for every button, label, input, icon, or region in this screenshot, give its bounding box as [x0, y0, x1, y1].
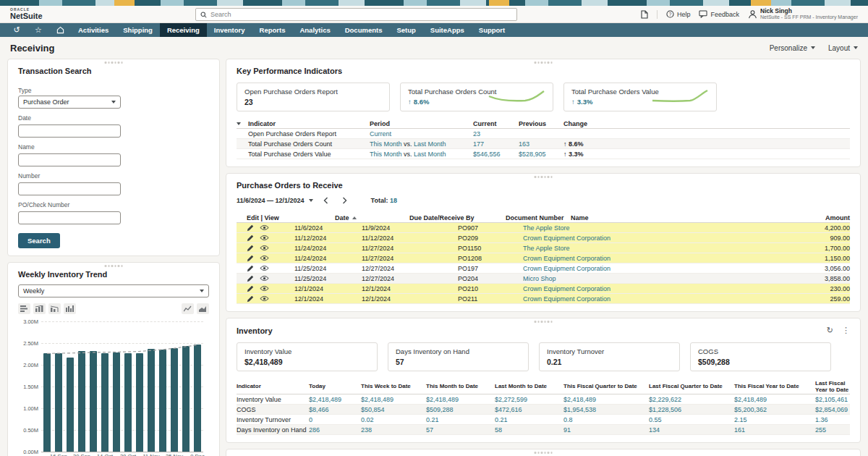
search-input[interactable] — [210, 11, 512, 18]
col-header-last-fiscal-quarter-to-date[interactable]: Last Fiscal Quarter to Date — [649, 383, 734, 389]
nav-item-suiteapps[interactable]: SuiteApps — [423, 23, 472, 37]
stacked-bar-chart-icon[interactable] — [33, 303, 46, 314]
help-button[interactable]: ? Help — [666, 10, 691, 18]
user-menu[interactable]: Nick Singh NetSuite - SS FF PRM - Invent… — [748, 8, 858, 20]
nav-item-documents[interactable]: Documents — [338, 23, 390, 37]
inventory-card-inventory-turnover[interactable]: Inventory Turnover0.21 — [539, 342, 680, 371]
kebab-menu-icon[interactable]: ⋮ — [842, 326, 850, 335]
search-button[interactable]: Search — [18, 233, 60, 248]
inventory-bar-16-sep[interactable] — [55, 353, 62, 452]
nav-item-inventory[interactable]: Inventory — [207, 23, 252, 37]
netsuite-logo[interactable]: ORACLE NetSuite — [10, 8, 43, 20]
view-eye-icon[interactable] — [260, 255, 269, 261]
edit-pencil-icon[interactable] — [247, 285, 254, 292]
inventory-bar-7-oct[interactable] — [90, 351, 97, 452]
col-header-current[interactable]: Current — [473, 120, 519, 127]
shortcuts-star-icon[interactable]: ☆ — [27, 23, 49, 37]
edit-pencil-icon[interactable] — [247, 255, 254, 262]
col-header-indicator[interactable]: Indicator — [248, 120, 370, 127]
column-chart-icon[interactable] — [64, 303, 76, 314]
refresh-icon[interactable]: ↻ — [827, 326, 833, 335]
edit-pencil-icon[interactable] — [247, 224, 254, 232]
nav-item-shipping[interactable]: Shipping — [116, 23, 160, 37]
col-header-edit-view[interactable]: Edit | View — [247, 214, 287, 221]
view-eye-icon[interactable] — [260, 235, 269, 241]
col-header-today[interactable]: Today — [309, 383, 361, 389]
drag-handle-icon[interactable] — [105, 265, 123, 267]
inventory-bar-9-sep[interactable] — [43, 353, 51, 452]
inventory-bar-18-nov[interactable] — [159, 350, 166, 452]
nav-item-reports[interactable]: Reports — [252, 23, 293, 37]
period-link[interactable]: This Month — [370, 151, 402, 158]
inventory-card-cogs[interactable]: COGS$509,288 — [690, 342, 831, 371]
inventory-bar-28-oct[interactable] — [124, 353, 132, 452]
recents-icon[interactable]: ↺ — [6, 23, 27, 37]
feedback-button[interactable]: Feedback — [699, 10, 739, 18]
next-page-chevron-icon[interactable] — [339, 195, 351, 206]
col-header-indicator[interactable]: Indicator — [237, 383, 309, 389]
period-link[interactable]: This Month — [370, 140, 402, 148]
col-header-document-number[interactable]: Document Number — [506, 214, 571, 221]
col-header-previous[interactable]: Previous — [519, 120, 563, 127]
inventory-bar-25-nov[interactable] — [171, 348, 178, 452]
col-header-this-fiscal-year-to-date[interactable]: This Fiscal Year to Date — [734, 383, 815, 389]
view-eye-icon[interactable] — [260, 275, 269, 282]
area-chart-icon[interactable] — [197, 303, 209, 314]
line-chart-icon[interactable] — [182, 303, 194, 314]
inventory-bar-4-nov[interactable] — [136, 353, 143, 452]
view-eye-icon[interactable] — [260, 295, 269, 302]
drag-handle-icon[interactable] — [535, 62, 553, 64]
layout-button[interactable]: Layout — [828, 44, 858, 52]
prev-page-chevron-icon[interactable] — [320, 195, 332, 206]
po-vendor-link[interactable]: Crown Equipment Corporation — [523, 285, 770, 292]
nav-item-activities[interactable]: Activities — [71, 23, 116, 37]
inventory-bar-21-oct[interactable] — [113, 352, 120, 452]
edit-pencil-icon[interactable] — [247, 275, 254, 282]
inventory-bar-11-nov[interactable] — [148, 349, 155, 452]
period-link[interactable]: Current — [370, 130, 391, 138]
col-header-last-month-to-date[interactable]: Last Month to Date — [495, 383, 563, 389]
kpi-card-total-purchase-orders-count[interactable]: Total Purchase Orders Count↑8.6% — [400, 83, 553, 111]
date-field[interactable] — [18, 124, 121, 138]
edit-pencil-icon[interactable] — [247, 245, 254, 252]
inventory-bar-2-dec[interactable] — [182, 346, 190, 452]
col-header-this-week-to-date[interactable]: This Week to Date — [361, 383, 426, 389]
po-vendor-link[interactable]: Micro Shop — [523, 275, 770, 282]
name-field[interactable] — [18, 153, 121, 166]
home-icon[interactable] — [49, 23, 71, 37]
po-vendor-link[interactable]: Crown Equipment Corporation — [523, 235, 770, 242]
new-document-button[interactable] — [641, 10, 648, 19]
col-header-period[interactable]: Period — [370, 120, 473, 127]
col-header-this-month-to-date[interactable]: This Month to Date — [426, 383, 495, 389]
view-eye-icon[interactable] — [260, 265, 269, 271]
col-header-this-fiscal-quarter-to-date[interactable]: This Fiscal Quarter to Date — [563, 383, 649, 389]
period-link[interactable]: Last Month — [414, 140, 446, 148]
col-header-change[interactable]: Change — [563, 120, 850, 127]
col-header-amount[interactable]: Amount — [770, 214, 850, 221]
drag-handle-icon[interactable] — [535, 176, 553, 178]
inventory-card-inventory-value[interactable]: Inventory Value$2,418,489 — [237, 342, 378, 371]
bar-line-chart-icon[interactable] — [48, 303, 61, 314]
nav-item-support[interactable]: Support — [472, 23, 512, 37]
nav-item-analytics[interactable]: Analytics — [292, 23, 337, 37]
nav-item-receiving[interactable]: Receiving — [160, 23, 207, 37]
po-check-number-field[interactable] — [18, 211, 121, 224]
col-header-last-fiscal-year-to-date[interactable]: Last Fiscal Year to Date — [815, 380, 850, 393]
po-vendor-link[interactable]: The Apple Store — [523, 245, 770, 252]
col-header-date[interactable]: Date — [335, 214, 409, 221]
number-field[interactable] — [18, 182, 121, 195]
inventory-bar-30-sep[interactable] — [78, 351, 85, 452]
trend-period-select[interactable]: Weekly — [18, 284, 209, 297]
date-range-select[interactable]: 11/6/2024 — 12/1/2024 — [237, 197, 313, 204]
po-vendor-link[interactable]: Crown Equipment Corporation — [523, 265, 770, 272]
kpi-card-total-purchase-orders-value[interactable]: Total Purchase Orders Value↑3.3% — [563, 83, 717, 111]
drag-handle-icon[interactable] — [535, 321, 553, 323]
edit-pencil-icon[interactable] — [247, 235, 254, 242]
view-eye-icon[interactable] — [260, 224, 269, 231]
col-header-due-date-receive-by[interactable]: Due Date/Receive By — [409, 214, 506, 221]
type-select[interactable]: Purchase Order — [18, 96, 121, 109]
inventory-card-days-inventory-on-hand[interactable]: Days Inventory on Hand57 — [388, 342, 529, 371]
view-eye-icon[interactable] — [260, 245, 269, 251]
global-search[interactable] — [195, 8, 517, 21]
personalize-button[interactable]: Personalize — [770, 44, 815, 52]
